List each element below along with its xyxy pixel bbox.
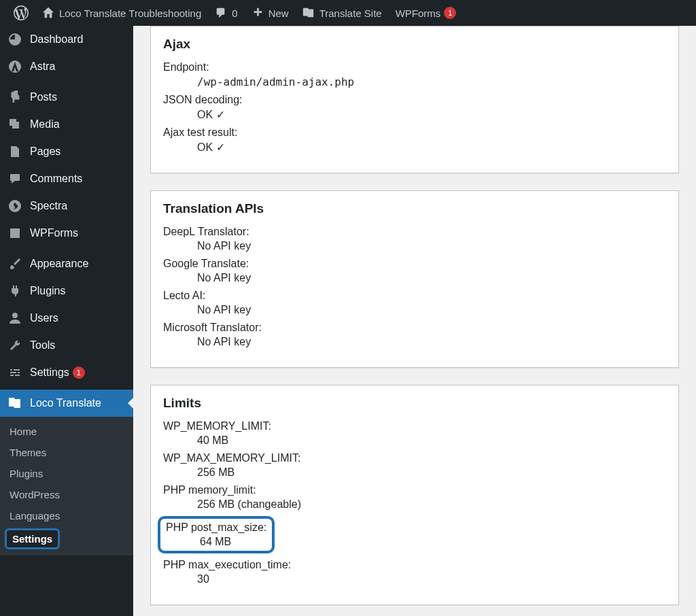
postmax-label: PHP post_max_size: [166, 521, 266, 534]
sidebar-item-tools[interactable]: Tools [0, 332, 133, 359]
wpforms-label: WPForms [396, 7, 441, 19]
brush-icon [8, 257, 23, 271]
sidebar-label: Dashboard [30, 33, 83, 46]
panel-title-apis: Translation APIs [163, 201, 666, 216]
sidebar-item-dashboard[interactable]: Dashboard [0, 26, 133, 53]
submenu-themes[interactable]: Themes [0, 442, 133, 463]
user-icon [8, 311, 23, 325]
endpoint-value: /wp-admin/admin-ajax.php [163, 75, 666, 88]
site-name: Loco Translate Troubleshooting [59, 7, 201, 19]
sidebar-label: Posts [30, 91, 57, 103]
comments-link[interactable]: 0 [208, 0, 244, 26]
microsoft-value: No API key [163, 336, 666, 348]
sidebar-item-astra[interactable]: Astra [0, 53, 133, 80]
deepl-label: DeepL Translator: [163, 226, 666, 238]
sidebar-label: WPForms [30, 227, 78, 239]
sidebar-label: Tools [30, 339, 55, 352]
exectime-label: PHP max_execution_time: [163, 559, 666, 571]
exectime-value: 30 [163, 573, 666, 585]
admin-bar: Loco Translate Troubleshooting 0 New Tra… [0, 0, 696, 26]
sidebar-label: Astra [30, 61, 55, 73]
sidebar-label: Pages [30, 146, 60, 158]
sidebar-label: Appearance [30, 258, 88, 270]
sidebar-item-wpforms[interactable]: WPForms [0, 220, 133, 247]
wpforms-icon [8, 226, 23, 240]
google-label: Google Translate: [163, 258, 666, 270]
translate-icon [302, 7, 315, 19]
panel-apis: Translation APIs DeepL Translator: No AP… [150, 190, 679, 368]
sidebar-label: Loco Translate [30, 397, 101, 409]
sliders-icon [8, 366, 23, 379]
submenu-plugins[interactable]: Plugins [0, 463, 133, 484]
plug-icon [8, 284, 23, 298]
pages-icon [8, 145, 23, 158]
new-link[interactable]: New [245, 0, 296, 26]
wrench-icon [8, 339, 23, 352]
wpforms-badge: 1 [444, 7, 456, 19]
translate-site-link[interactable]: Translate Site [296, 0, 389, 26]
settings-badge: 1 [73, 366, 85, 379]
wpforms-link[interactable]: WPForms 1 [389, 0, 464, 26]
astra-icon [8, 60, 23, 73]
sidebar-item-posts[interactable]: Posts [0, 84, 133, 111]
comments-icon [215, 7, 227, 19]
wp-logo[interactable] [7, 0, 35, 26]
panel-limits: Limits WP_MEMORY_LIMIT: 40 MB WP_MAX_MEM… [150, 385, 679, 605]
microsoft-label: Microsoft Translator: [163, 322, 666, 334]
sidebar-item-users[interactable]: Users [0, 305, 133, 332]
sidebar-label: Settings [30, 366, 69, 379]
panel-ajax: Ajax Endpoint: /wp-admin/admin-ajax.php … [150, 26, 679, 173]
site-home-link[interactable]: Loco Translate Troubleshooting [35, 0, 208, 26]
phpmem-value: 256 MB (changeable) [163, 498, 666, 511]
new-label: New [268, 7, 289, 19]
sidebar-item-appearance[interactable]: Appearance [0, 250, 133, 277]
sidebar-item-settings[interactable]: Settings 1 [0, 359, 133, 386]
comments-icon [8, 172, 23, 186]
google-value: No API key [163, 272, 666, 284]
plus-icon [251, 7, 264, 19]
pin-icon [8, 90, 23, 104]
spectra-icon [8, 199, 23, 213]
sidebar-item-comments[interactable]: Comments [0, 165, 133, 192]
endpoint-label: Endpoint: [163, 61, 666, 73]
admin-sidebar: Dashboard Astra Posts Media Pages Commen… [0, 26, 133, 616]
main-content: Ajax Endpoint: /wp-admin/admin-ajax.php … [133, 26, 696, 605]
json-label: JSON decoding: [163, 94, 666, 106]
loco-submenu: Home Themes Plugins WordPress Languages … [0, 417, 133, 555]
panel-title-ajax: Ajax [163, 37, 666, 52]
sidebar-item-plugins[interactable]: Plugins [0, 277, 133, 305]
submenu-languages[interactable]: Languages [0, 505, 133, 526]
sidebar-item-media[interactable]: Media [0, 111, 133, 138]
phpmem-label: PHP memory_limit: [163, 484, 666, 496]
sidebar-label: Comments [30, 173, 82, 185]
submenu-wordpress[interactable]: WordPress [0, 484, 133, 505]
json-value: OK [163, 108, 666, 121]
wpmem-value: 40 MB [163, 434, 666, 447]
comments-count: 0 [232, 7, 237, 19]
submenu-home[interactable]: Home [0, 421, 133, 442]
submenu-settings[interactable]: Settings [5, 528, 60, 549]
sidebar-item-spectra[interactable]: Spectra [0, 192, 133, 220]
lecto-label: Lecto AI: [163, 290, 666, 302]
highlight-postmax: PHP post_max_size: 64 MB [158, 516, 275, 553]
ajaxtest-value: OK [163, 141, 666, 154]
postmax-value: 64 MB [166, 536, 266, 548]
translate-site-label: Translate Site [319, 7, 382, 19]
sidebar-label: Users [30, 312, 58, 324]
panel-title-limits: Limits [163, 396, 666, 411]
sidebar-item-pages[interactable]: Pages [0, 138, 133, 165]
translate-icon [8, 396, 23, 410]
wpmax-value: 256 MB [163, 466, 666, 479]
lecto-value: No API key [163, 304, 666, 316]
deepl-value: No API key [163, 240, 666, 252]
sidebar-label: Media [30, 118, 60, 131]
sidebar-label: Spectra [30, 200, 67, 212]
home-icon [42, 7, 54, 19]
wpmem-label: WP_MEMORY_LIMIT: [163, 420, 666, 432]
sidebar-label: Plugins [30, 285, 65, 297]
sidebar-item-loco-translate[interactable]: Loco Translate [0, 390, 133, 417]
svg-point-2 [12, 313, 18, 318]
ajaxtest-label: Ajax test result: [163, 126, 666, 139]
dashboard-icon [8, 33, 23, 46]
wpmax-label: WP_MAX_MEMORY_LIMIT: [163, 452, 666, 464]
